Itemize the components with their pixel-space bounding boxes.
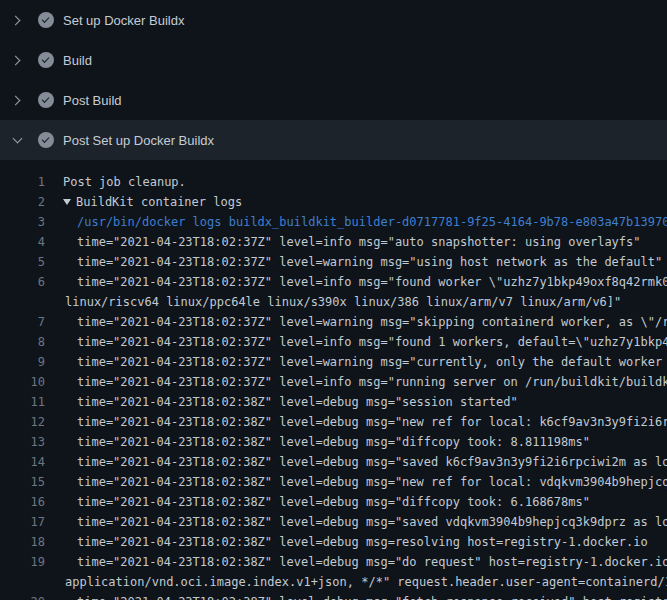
line-number[interactable]: 18 xyxy=(0,532,45,552)
check-circle-icon xyxy=(38,132,54,148)
check-circle-icon xyxy=(38,92,54,108)
log-row: 18 time="2021-04-23T18:02:38Z" level=deb… xyxy=(0,532,667,552)
log-row: 2 BuildKit container logs xyxy=(0,192,667,212)
line-number[interactable]: 12 xyxy=(0,412,45,432)
log-row: 9 time="2021-04-23T18:02:37Z" level=warn… xyxy=(0,352,667,372)
line-number[interactable]: 13 xyxy=(0,432,45,452)
line-number[interactable]: 10 xyxy=(0,372,45,392)
line-number[interactable]: 8 xyxy=(0,332,45,352)
line-number[interactable]: 20 xyxy=(0,592,45,600)
steps-list: Set up Docker Buildx Build Post Build Po… xyxy=(0,0,667,160)
log-row: 10 time="2021-04-23T18:02:37Z" level=inf… xyxy=(0,372,667,392)
log-text: time="2021-04-23T18:02:38Z" level=debug … xyxy=(77,592,667,600)
log-row: 14 time="2021-04-23T18:02:38Z" level=deb… xyxy=(0,452,667,472)
log-text: time="2021-04-23T18:02:38Z" level=debug … xyxy=(77,472,667,492)
log-row: 6 time="2021-04-23T18:02:37Z" level=info… xyxy=(0,272,667,292)
log-text: time="2021-04-23T18:02:37Z" level=warnin… xyxy=(77,352,667,372)
log-text: time="2021-04-23T18:02:37Z" level=info m… xyxy=(77,372,667,392)
line-number[interactable]: 19 xyxy=(0,552,45,572)
log-row: 11 time="2021-04-23T18:02:38Z" level=deb… xyxy=(0,392,667,412)
log-text: time="2021-04-23T18:02:38Z" level=debug … xyxy=(77,392,518,412)
line-number[interactable] xyxy=(0,572,45,592)
step-header-build[interactable]: Build xyxy=(0,40,667,80)
log-text: linux/riscv64 linux/ppc64le linux/s390x … xyxy=(65,292,621,312)
log-text[interactable]: BuildKit container logs xyxy=(76,192,242,212)
log-row: 1 Post job cleanup. xyxy=(0,172,667,192)
log-row: 5 time="2021-04-23T18:02:37Z" level=warn… xyxy=(0,252,667,272)
log-text: time="2021-04-23T18:02:38Z" level=debug … xyxy=(77,552,667,572)
log-area: 1 Post job cleanup. 2 BuildKit container… xyxy=(0,160,667,600)
log-text: time="2021-04-23T18:02:37Z" level=warnin… xyxy=(77,252,662,272)
step-label: Build xyxy=(63,53,92,68)
line-number[interactable]: 16 xyxy=(0,492,45,512)
workflow-log-viewer: Set up Docker Buildx Build Post Build Po… xyxy=(0,0,667,600)
step-label: Set up Docker Buildx xyxy=(63,13,184,28)
log-row: 17 time="2021-04-23T18:02:38Z" level=deb… xyxy=(0,512,667,532)
log-text: time="2021-04-23T18:02:38Z" level=debug … xyxy=(77,512,667,532)
log-row: 13 time="2021-04-23T18:02:38Z" level=deb… xyxy=(0,432,667,452)
line-number[interactable]: 7 xyxy=(0,312,45,332)
line-number[interactable]: 3 xyxy=(0,212,45,232)
line-number[interactable] xyxy=(0,292,45,312)
line-number[interactable]: 5 xyxy=(0,252,45,272)
log-text: time="2021-04-23T18:02:37Z" level=info m… xyxy=(77,272,667,292)
log-row: 7 time="2021-04-23T18:02:37Z" level=warn… xyxy=(0,312,667,332)
log-text: time="2021-04-23T18:02:38Z" level=debug … xyxy=(77,532,648,552)
line-number[interactable]: 9 xyxy=(0,352,45,372)
log-row: 15 time="2021-04-23T18:02:38Z" level=deb… xyxy=(0,472,667,492)
line-number[interactable]: 6 xyxy=(0,272,45,292)
line-number[interactable]: 2 xyxy=(0,192,45,212)
line-number[interactable]: 4 xyxy=(0,232,45,252)
step-header-set-up-docker-buildx[interactable]: Set up Docker Buildx xyxy=(0,0,667,40)
step-label: Post Set up Docker Buildx xyxy=(63,133,214,148)
step-header-post-set-up-docker-buildx[interactable]: Post Set up Docker Buildx xyxy=(0,120,667,160)
log-text: Post job cleanup. xyxy=(63,172,186,192)
triangle-down-icon[interactable] xyxy=(63,199,71,205)
log-text: application/vnd.oci.image.index.v1+json,… xyxy=(65,572,667,592)
log-row: application/vnd.oci.image.index.v1+json,… xyxy=(0,572,667,592)
chevron-right-icon xyxy=(9,12,25,28)
log-text: time="2021-04-23T18:02:38Z" level=debug … xyxy=(77,452,667,472)
log-row: 8 time="2021-04-23T18:02:37Z" level=info… xyxy=(0,332,667,352)
log-text: time="2021-04-23T18:02:38Z" level=debug … xyxy=(77,432,590,452)
log-row: 19 time="2021-04-23T18:02:38Z" level=deb… xyxy=(0,552,667,572)
step-header-post-build[interactable]: Post Build xyxy=(0,80,667,120)
log-row: 3 /usr/bin/docker logs buildx_buildkit_b… xyxy=(0,212,667,232)
line-number[interactable]: 14 xyxy=(0,452,45,472)
log-row: 4 time="2021-04-23T18:02:37Z" level=info… xyxy=(0,232,667,252)
log-text: /usr/bin/docker logs buildx_buildkit_bui… xyxy=(77,212,667,232)
log-row: linux/riscv64 linux/ppc64le linux/s390x … xyxy=(0,292,667,312)
log-text: time="2021-04-23T18:02:38Z" level=debug … xyxy=(77,492,590,512)
check-circle-icon xyxy=(38,12,54,28)
log-text: time="2021-04-23T18:02:37Z" level=info m… xyxy=(77,232,641,252)
log-row: 16 time="2021-04-23T18:02:38Z" level=deb… xyxy=(0,492,667,512)
line-number[interactable]: 17 xyxy=(0,512,45,532)
chevron-right-icon xyxy=(9,52,25,68)
log-text: time="2021-04-23T18:02:38Z" level=debug … xyxy=(77,412,667,432)
line-number[interactable]: 1 xyxy=(0,172,45,192)
line-number[interactable]: 11 xyxy=(0,392,45,412)
chevron-down-icon xyxy=(9,132,25,148)
step-label: Post Build xyxy=(63,93,122,108)
log-row: 20 time="2021-04-23T18:02:38Z" level=deb… xyxy=(0,592,667,600)
log-row: 12 time="2021-04-23T18:02:38Z" level=deb… xyxy=(0,412,667,432)
check-circle-icon xyxy=(38,52,54,68)
log-text: time="2021-04-23T18:02:37Z" level=warnin… xyxy=(77,312,667,332)
log-text: time="2021-04-23T18:02:37Z" level=info m… xyxy=(77,332,667,352)
chevron-right-icon xyxy=(9,92,25,108)
line-number[interactable]: 15 xyxy=(0,472,45,492)
